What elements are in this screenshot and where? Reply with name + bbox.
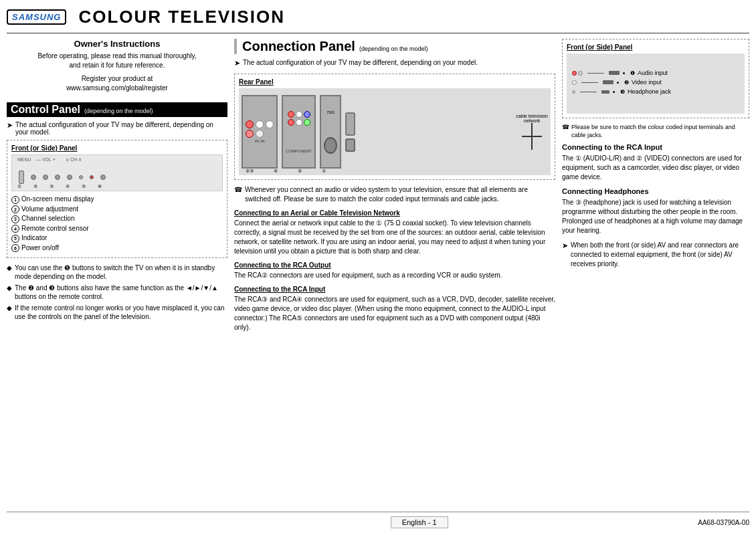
fp-label-audio: Audio input <box>638 70 668 76</box>
item-num-4: 4 <box>11 225 19 233</box>
item-num-6: 6 <box>11 244 19 252</box>
antenna-icon <box>522 123 542 150</box>
bullet-text-1: You can use the ❺ buttons to switch the … <box>15 263 227 281</box>
btn-num5: ⑤ <box>82 184 86 189</box>
vol-minus-btn <box>31 175 36 180</box>
front-panel-box-left-title: Front (or Side) Panel <box>11 144 223 152</box>
rca-input-mid-text: The RCA③ and RCA④ connectors are used fo… <box>234 295 555 332</box>
item-num-3: 3 <box>11 215 19 223</box>
ch-down-btn <box>55 175 60 180</box>
list-item: 6 Power on/off <box>11 244 223 253</box>
rca-output-text: The RCA② connectors are used for equipme… <box>234 271 555 280</box>
info-notice: ☎ Whenever you connect an audio or video… <box>234 185 555 204</box>
list-item: 5 Indicator <box>11 234 223 243</box>
right-column: Front (or Side) Panel ❶ <box>562 39 749 508</box>
vol-label: — VOL + <box>36 157 56 162</box>
fp-label-video: Video input <box>632 79 662 86</box>
page-header: SAMSUNG COLOUR TELEVISION <box>7 7 749 33</box>
connection-panel-notice: ➤ The actual configuration of your TV ma… <box>234 58 555 68</box>
connection-panel-notice-text: The actual configuration of your TV may … <box>243 58 478 68</box>
control-panel-title: Control Panel <box>11 104 80 116</box>
front-panel-box-left: Front (or Side) Panel MENU — VOL + ∨ CH … <box>7 140 227 258</box>
phone-icon-2: ☎ <box>562 124 569 139</box>
priority-note: ➤ When both the front (or side) AV and r… <box>562 241 749 269</box>
connecting-headphones-body: The ③ (headphone) jack is used for watch… <box>562 198 749 235</box>
aerial-body-text: Connect the aerial or network input cabl… <box>234 219 555 256</box>
samsung-logo: SAMSUNG <box>7 9 70 25</box>
menu-btn <box>19 171 24 184</box>
rp-num2: ④ <box>274 169 278 174</box>
power-btn <box>100 175 106 180</box>
control-items-list: 1 On-screen menu display 2 Volume adjust… <box>11 195 223 252</box>
aerial-section-title: Connecting to an Aerial or Cable Televis… <box>234 209 555 217</box>
connecting-rca-title: Connecting to the RCA Input <box>562 143 749 151</box>
footer-page-label: English - 1 <box>391 516 448 528</box>
priority-note-text: When both the front (or side) AV and rea… <box>571 241 749 269</box>
diamond-icon-2: ◆ <box>7 284 12 301</box>
register-line2: www.samsung.com/global/register <box>7 84 227 93</box>
fp-num-3: ❸ <box>620 89 625 95</box>
rca-output-body: The RCA② connectors are used for equipme… <box>234 271 555 280</box>
arrow-icon-3: ➤ <box>562 241 568 269</box>
item-text-3: Channel selection <box>21 215 75 222</box>
samsung-logo-text: SAMSUNG <box>7 9 66 25</box>
item-num-1: 1 <box>11 196 19 204</box>
rca-output-title: Connecting to the RCA Output <box>234 261 555 269</box>
sensor <box>79 175 83 179</box>
connecting-rca-body: The ① (AUDIO-L/R) and ② (VIDEO) connecto… <box>562 154 749 182</box>
bullet-item-2: ◆ The ❷ and ❸ buttons also have the same… <box>7 284 227 301</box>
register-line1: Register your product at <box>7 74 227 84</box>
list-item: 1 On-screen menu display <box>11 195 223 204</box>
item-text-1: On-screen menu display <box>21 195 94 203</box>
list-item: 3 Channel selection <box>11 215 223 223</box>
ch-up-btn <box>67 175 72 180</box>
owners-instructions-body2: and retain it for future reference. <box>7 61 227 70</box>
rca-note-text: Please be sure to match the colour coded… <box>571 124 749 139</box>
owners-instructions: Owner's Instructions Before operating, p… <box>7 39 227 93</box>
rca-input-mid-body: The RCA③ and RCA④ connectors are used fo… <box>234 295 555 332</box>
front-panel-box-right-title: Front (or Side) Panel <box>567 43 745 51</box>
phone-icon-1: ☎ <box>234 185 242 204</box>
control-panel-subtitle: (depending on the model) <box>84 108 153 114</box>
control-panel-notice: ➤ The actual configuration of your TV ma… <box>7 121 227 136</box>
indicator-light <box>90 175 94 179</box>
arrow-icon: ➤ <box>7 121 13 136</box>
item-text-4: Remote control sensor <box>21 225 89 232</box>
info-notice-text: Whenever you connect an audio or video s… <box>245 185 555 204</box>
item-text-6: Power on/off <box>21 244 59 251</box>
fp-row-headphone: ❸ Headphone jack <box>572 88 739 95</box>
main-content: Owner's Instructions Before operating, p… <box>7 39 749 508</box>
bullet-text-3: If the remote control no longer works or… <box>15 304 227 321</box>
fp-num-1: ❶ <box>630 70 635 76</box>
menu-label: MENU <box>17 157 31 162</box>
btn-num1: ① <box>17 184 21 189</box>
owners-instructions-body1: Before operating, please read this manua… <box>7 51 227 61</box>
item-num-2: 2 <box>11 205 19 213</box>
rear-panel-box: Rear Panel <box>234 74 555 180</box>
bullet-item-3: ◆ If the remote control no longer works … <box>7 304 227 321</box>
btn-num4: ④ <box>66 184 70 189</box>
fp-row-video: ❷ Video input <box>572 79 739 86</box>
fp-num-2: ❷ <box>624 80 629 86</box>
item-num-5: 5 <box>11 235 19 243</box>
btn-num2: ② <box>33 184 37 189</box>
rp-num3: ⑤ <box>298 169 302 174</box>
front-panel-diagram: ❶ Audio input ❷ Video input <box>567 54 745 114</box>
rp-num1: ②③ <box>246 169 254 174</box>
bullet-item-1: ◆ You can use the ❺ buttons to switch th… <box>7 263 227 281</box>
diamond-icon-1: ◆ <box>7 263 12 281</box>
connection-panel-subtitle: (depending on the model) <box>359 45 428 52</box>
rca-note: ☎ Please be sure to match the colour cod… <box>562 124 749 139</box>
control-panel-header: Control Panel (depending on the model) <box>7 102 227 117</box>
connecting-headphones-section: Connecting Headphones The ③ (headphone) … <box>562 187 749 235</box>
btn-num6: ⑥ <box>98 184 102 189</box>
btn-num3: ③ <box>50 184 54 189</box>
middle-column: Connection Panel (depending on the model… <box>234 39 555 508</box>
list-item: 4 Remote control sensor <box>11 225 223 233</box>
owners-instructions-title: Owner's Instructions <box>7 39 227 49</box>
control-panel-notice-text: The actual configuration of your TV may … <box>15 121 227 136</box>
aerial-section-body: Connect the aerial or network input cabl… <box>234 219 555 256</box>
item-text-2: Volume adjustment <box>21 205 78 213</box>
cable-tv-label: cable television network <box>516 114 548 123</box>
rp-num4: ① <box>322 169 326 174</box>
